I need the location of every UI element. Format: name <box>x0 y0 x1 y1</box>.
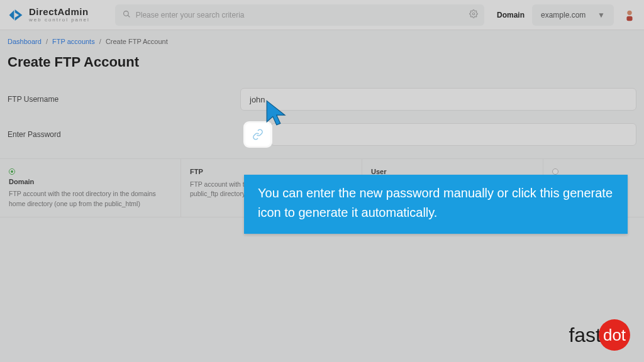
brand-dot-text: dot <box>599 319 630 351</box>
domain-value: example.com <box>541 11 586 19</box>
svg-marker-1 <box>15 9 23 20</box>
breadcrumb: Dashboard / FTP accounts / Create FTP Ac… <box>0 30 644 50</box>
search-icon <box>123 10 131 20</box>
cursor-icon <box>264 99 291 129</box>
breadcrumb-dashboard[interactable]: Dashboard <box>8 38 42 45</box>
gear-icon[interactable] <box>469 9 478 20</box>
logo-title: DirectAdmin <box>29 7 90 16</box>
radio-icon <box>552 168 558 175</box>
search-input[interactable] <box>136 11 477 19</box>
search-box[interactable] <box>115 4 484 26</box>
username-field[interactable]: john <box>240 88 636 111</box>
svg-marker-0 <box>9 10 14 20</box>
logo[interactable]: DirectAdmin web control panel <box>8 7 90 23</box>
radio-icon <box>9 168 15 175</box>
chevron-down-icon: ▼ <box>597 11 605 19</box>
username-row: FTP Username john <box>0 82 644 117</box>
username-label: FTP Username <box>8 95 240 104</box>
logo-subtitle: web control panel <box>29 18 90 23</box>
brand-fast-text: fast <box>569 324 601 347</box>
password-field[interactable] <box>270 123 636 146</box>
avatar[interactable] <box>623 8 636 22</box>
domain-label: Domain <box>497 11 525 19</box>
svg-rect-6 <box>626 16 632 20</box>
svg-line-3 <box>128 15 130 17</box>
domain-select[interactable]: example.com ▼ <box>532 4 614 26</box>
breadcrumb-current: Create FTP Account <box>106 38 168 45</box>
option-title: Domain <box>9 177 172 187</box>
generate-icon <box>252 129 264 140</box>
directadmin-logo-icon <box>8 7 24 23</box>
option-desc: FTP account with the root directory in t… <box>9 190 156 207</box>
option-domain[interactable]: Domain FTP account with the root directo… <box>0 159 181 217</box>
page-title: Create FTP Account <box>0 50 644 82</box>
password-row: Enter Password <box>0 117 644 152</box>
svg-point-4 <box>472 13 475 15</box>
tutorial-tooltip: You can enter the new password manually … <box>244 175 628 234</box>
svg-marker-7 <box>267 101 285 124</box>
password-label: Enter Password <box>8 130 240 139</box>
header: DirectAdmin web control panel Domain exa… <box>0 0 644 30</box>
svg-point-5 <box>627 10 631 14</box>
breadcrumb-ftp-accounts[interactable]: FTP accounts <box>52 38 95 45</box>
fastdot-logo: fast dot <box>569 319 630 351</box>
svg-point-2 <box>123 11 128 16</box>
